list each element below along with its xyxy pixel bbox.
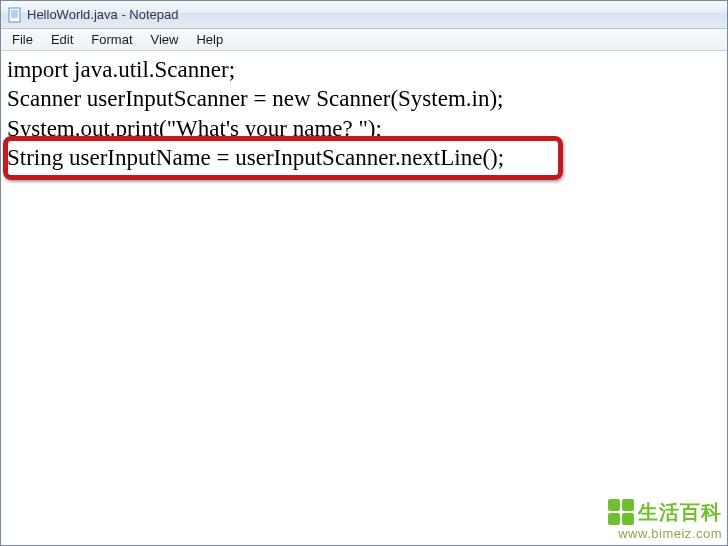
watermark-logo-row: 生活百科: [608, 499, 722, 525]
menu-help[interactable]: Help: [187, 30, 232, 49]
code-line-1: import java.util.Scanner;: [7, 55, 721, 84]
notepad-window: HelloWorld.java - Notepad File Edit Form…: [0, 0, 728, 546]
editor-content[interactable]: import java.util.Scanner; Scanner userIn…: [1, 51, 727, 545]
menu-view[interactable]: View: [142, 30, 188, 49]
notepad-icon: [7, 7, 23, 23]
titlebar: HelloWorld.java - Notepad: [1, 1, 727, 29]
menu-format[interactable]: Format: [82, 30, 141, 49]
window-title: HelloWorld.java - Notepad: [27, 7, 179, 22]
code-line-3: System.out.print("What's your name? ");: [7, 114, 721, 143]
watermark-logo-icon: [608, 499, 634, 525]
code-line-2: Scanner userInputScanner = new Scanner(S…: [7, 84, 721, 113]
watermark-url: www.bimeiz.com: [608, 527, 722, 540]
menubar: File Edit Format View Help: [1, 29, 727, 51]
watermark-text: 生活百科: [638, 502, 722, 522]
code-line-4: String userInputName = userInputScanner.…: [7, 143, 721, 172]
menu-edit[interactable]: Edit: [42, 30, 82, 49]
menu-file[interactable]: File: [3, 30, 42, 49]
watermark: 生活百科 www.bimeiz.com: [608, 499, 722, 540]
